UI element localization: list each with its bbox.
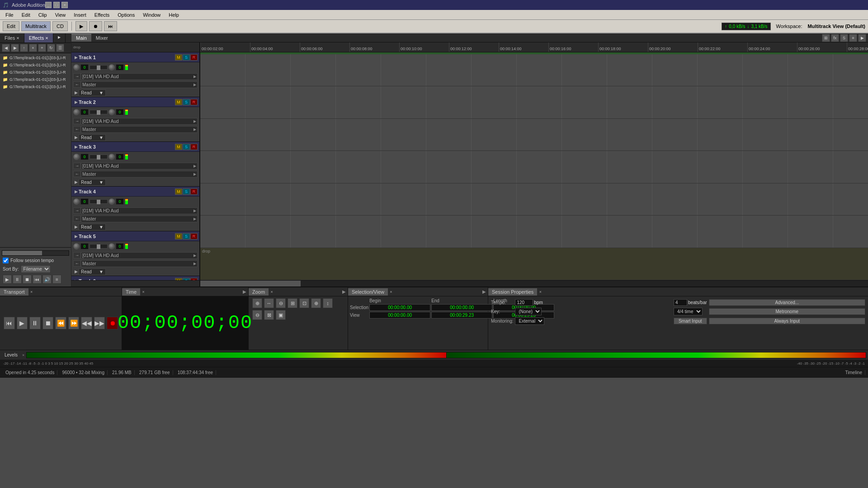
track-2-fader[interactable]	[90, 110, 108, 114]
transport-tab[interactable]: Transport	[0, 288, 28, 296]
panel-icon-6[interactable]: ≡	[52, 275, 61, 284]
track-5-pan-knob[interactable]	[108, 243, 115, 249]
menu-view[interactable]: View	[52, 11, 70, 19]
track-3-read-dropdown[interactable]: Read ▼	[79, 179, 106, 186]
beats-input[interactable]	[674, 299, 687, 306]
track-4-solo[interactable]: S	[183, 188, 190, 195]
zoom-out-h[interactable]: ⊖	[276, 298, 286, 308]
view-end-input[interactable]	[431, 312, 492, 319]
panel-new-button[interactable]: +	[38, 44, 46, 52]
track-1-solo[interactable]: S	[183, 54, 190, 61]
record-button[interactable]: ⏺	[107, 317, 118, 329]
track-3-mute[interactable]: M	[175, 144, 182, 150]
panel-icon-2[interactable]: ⏸	[13, 275, 22, 284]
mode-multitrack-button[interactable]: Multitrack	[21, 21, 51, 31]
panel-up-button[interactable]: ↑	[20, 44, 28, 52]
panel-icon-5[interactable]: 🔊	[42, 275, 52, 284]
levels-close[interactable]: ×	[22, 353, 24, 357]
track-5-bus-btn[interactable]: ←	[73, 260, 81, 267]
follow-tempo-checkbox[interactable]	[3, 258, 9, 263]
time-sig-select[interactable]: 4/4 time	[674, 308, 703, 315]
zoom-tab-close[interactable]: ×	[269, 289, 275, 295]
session-tab[interactable]: Session Properties	[488, 288, 537, 296]
tab-files[interactable]: Files ×	[0, 33, 24, 42]
track-5-canvas[interactable]	[200, 183, 868, 216]
track-scrollbar-track[interactable]	[200, 281, 868, 286]
track-4-bus-dropdown[interactable]: Master ▶	[81, 216, 198, 222]
list-item[interactable]: 📁 G:\Temp\track-01-01[1]03-[LI-R	[1, 83, 70, 90]
selection-panel-expand[interactable]: ▶	[482, 289, 486, 294]
track-1-expand[interactable]: ▶	[73, 55, 79, 60]
track-4-send-btn[interactable]: →	[73, 207, 81, 214]
track-2-send-dropdown[interactable]: [01M] VIA HD Aud ▶	[81, 118, 198, 125]
track-3-solo[interactable]: S	[183, 144, 190, 150]
skip-fwd-button[interactable]: ⏩	[68, 317, 80, 329]
view-tool-1[interactable]: ⊞	[822, 34, 830, 42]
zoom-fit-v[interactable]: ↕	[323, 298, 333, 308]
transport-tab-close[interactable]: ×	[28, 289, 35, 295]
rewind-to-start-button[interactable]: ⏮	[4, 317, 15, 329]
sel-end-input[interactable]	[431, 304, 492, 311]
track-1-fader[interactable]	[90, 65, 108, 70]
menu-options[interactable]: Options	[114, 11, 138, 19]
tab-main[interactable]: Main	[71, 34, 91, 42]
view-expand[interactable]: ▶	[858, 34, 866, 42]
menu-insert[interactable]: Insert	[70, 11, 90, 19]
tab-mixer[interactable]: Mixer	[91, 34, 113, 42]
track-3-expand[interactable]: ▶	[73, 144, 79, 150]
track-4-mute[interactable]: M	[175, 188, 182, 195]
panel-icon-3[interactable]: ⏹	[23, 275, 32, 284]
view-tool-3[interactable]: S	[840, 34, 848, 42]
track-2-mute[interactable]: M	[175, 99, 182, 105]
menu-clip[interactable]: Clip	[35, 11, 51, 19]
panel-menu-button[interactable]: ☰	[56, 44, 64, 52]
sort-by-select[interactable]: Filename	[21, 265, 51, 273]
track-5-bus-dropdown[interactable]: Master ▶	[81, 260, 198, 267]
monitoring-select[interactable]: External	[515, 317, 544, 325]
mode-edit-button[interactable]: Edit	[3, 21, 19, 31]
track-5-send-dropdown[interactable]: [01M] VIA HD Aud ▶	[81, 252, 198, 259]
toolbar-btn-1[interactable]: ▶	[75, 21, 87, 31]
track-6-canvas[interactable]	[200, 216, 868, 248]
track-1-record[interactable]: R	[190, 54, 198, 61]
session-tab-close[interactable]: ×	[537, 289, 543, 295]
track-4-bus-btn[interactable]: ←	[73, 216, 81, 222]
menu-effects[interactable]: Effects	[91, 11, 113, 19]
panel-scrollbar[interactable]	[2, 250, 69, 256]
track-5-read-dropdown[interactable]: Read ▼	[79, 268, 106, 275]
track-1-read-dropdown[interactable]: Read ▼	[79, 89, 106, 96]
zoom-tab[interactable]: Zoom	[249, 288, 269, 296]
smart-input-button[interactable]: Smart Input	[674, 318, 707, 324]
track-1-pan-knob[interactable]	[108, 64, 115, 70]
menu-edit[interactable]: Edit	[18, 11, 34, 19]
master-canvas[interactable]: drop	[200, 248, 868, 280]
track-1-read-expand[interactable]: ▶	[73, 90, 79, 95]
track-4-read-dropdown[interactable]: Read ▼	[79, 224, 106, 230]
advanced-button[interactable]: Advanced...	[709, 299, 865, 306]
zoom-reset[interactable]: ⊠	[264, 310, 274, 320]
track-3-bus-dropdown[interactable]: Master ▶	[81, 171, 198, 178]
track-5-read-expand[interactable]: ▶	[73, 269, 79, 274]
mode-cd-button[interactable]: CD	[52, 21, 68, 31]
zoom-in-h[interactable]: ⊕	[252, 298, 262, 308]
track-5-fader[interactable]	[90, 244, 108, 249]
list-item[interactable]: 📁 G:\Temp\track-01-01[1]03-[LI-R	[1, 61, 70, 69]
track-5-mute[interactable]: M	[175, 233, 182, 239]
track-4-read-expand[interactable]: ▶	[73, 224, 79, 230]
track-3-bus-btn[interactable]: ←	[73, 171, 81, 177]
track-2-vol-knob[interactable]	[73, 109, 80, 115]
track-2-expand[interactable]: ▶	[73, 99, 79, 105]
track-2-canvas[interactable]	[200, 86, 868, 118]
selection-tab-close[interactable]: ×	[388, 289, 394, 295]
track-2-read-dropdown[interactable]: Read ▼	[79, 134, 106, 141]
metronome-button[interactable]: Metronome	[709, 308, 865, 315]
track-4-expand[interactable]: ▶	[73, 189, 79, 194]
track-1-canvas[interactable]	[200, 54, 868, 86]
maximize-button[interactable]: □	[53, 2, 60, 8]
view-tool-4[interactable]: ≡	[849, 34, 857, 42]
panel-icon-4[interactable]: ⏮	[33, 275, 42, 284]
track-5-expand[interactable]: ▶	[73, 234, 79, 239]
zoom-full-v[interactable]: ▣	[276, 310, 286, 320]
toolbar-btn-3[interactable]: ⏭	[104, 21, 117, 31]
list-item[interactable]: 📁 G:\Temp\track-01-01[1]03-[LI-R	[1, 69, 70, 76]
